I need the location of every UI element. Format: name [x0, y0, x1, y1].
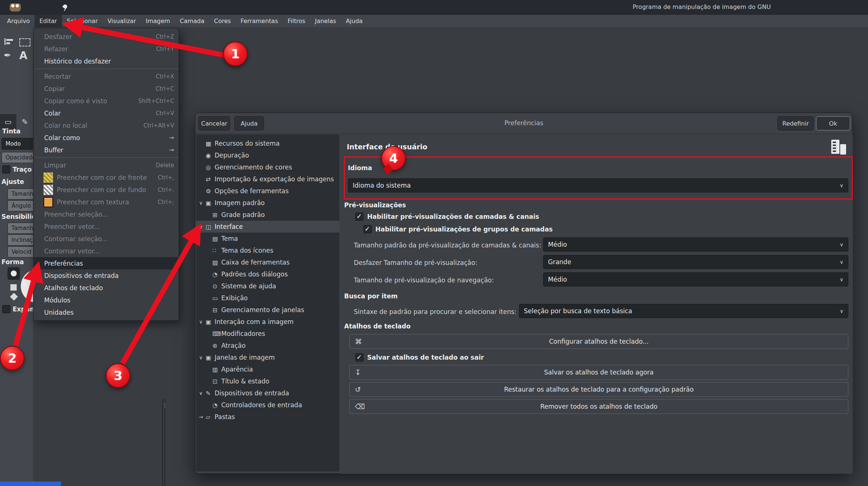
opacity-slider[interactable]: Opacidade [1, 152, 33, 163]
menu-item-recortar[interactable]: RecortarCtrl+X [34, 70, 179, 82]
help-button[interactable]: Ajuda [234, 116, 264, 130]
menu-item-preencher-vetor[interactable]: Preencher vetor... [34, 220, 179, 233]
menu-item-colar-como[interactable]: Colar como→ [34, 132, 179, 144]
menu-item-unidades[interactable]: Unidades [34, 306, 179, 318]
menu-camada[interactable]: Camada [175, 15, 209, 27]
remove-shortcuts-button[interactable]: ⌫ Remover todos os atalhos de teclado [349, 399, 848, 414]
tree-item-interface[interactable]: ∨◫Interface [196, 221, 339, 233]
tree-item-opcoes-de-ferramentas[interactable]: ⚙Opções de ferramentas [196, 185, 339, 197]
menu-item-historico-do-desfazer[interactable]: Histórico do desfazer [34, 55, 179, 67]
tilt-slider[interactable]: Inclinaç [7, 234, 33, 246]
layer-preview-size-select[interactable]: Médio ∨ [543, 237, 848, 252]
menu-item-contornar-vetor[interactable]: Contornar vetor... [34, 245, 179, 257]
menu-filtros[interactable]: Filtros [283, 15, 310, 27]
nav-preview-size-select[interactable]: Médio ∨ [543, 272, 848, 286]
tree-item-atracao[interactable]: ⊛Atração [196, 340, 339, 351]
menu-item-preencher-selecao[interactable]: Preencher seleção... [34, 208, 179, 220]
menu-cores[interactable]: Cores [209, 15, 236, 27]
tree-item-importacao-exportacao[interactable]: ⇄Importação & exportação de imagens [196, 173, 339, 185]
configure-shortcuts-button[interactable]: ⌘ Configurar atalhos de teclado... [349, 334, 848, 349]
menu-item-preferencias[interactable]: Preferências [34, 257, 179, 269]
menu-item-colar[interactable]: ColarCtrl+V [34, 107, 179, 119]
tree-item-sistema-de-ajuda[interactable]: ⊙Sistema de ajuda [196, 280, 339, 292]
shape-circle-button[interactable] [7, 267, 20, 280]
tree-item-imagem-padrao[interactable]: ∨▣Imagem padrão [196, 197, 339, 209]
expander-icon[interactable]: ∨ [196, 319, 206, 325]
alignment-tool-icon[interactable] [4, 38, 15, 45]
rect-select-tool-icon[interactable] [19, 38, 30, 46]
shape-diamond-button[interactable] [10, 293, 18, 301]
menu-item-preencher-cor-de-fundo[interactable]: Preencher com cor de fundoCtrl+. [34, 184, 179, 196]
menu-ajuda[interactable]: Ajuda [341, 15, 368, 27]
menu-item-desfazer[interactable]: DesfazerCtrl+Z [34, 30, 179, 43]
expander-icon[interactable]: ∨ [196, 390, 206, 396]
cancel-button[interactable]: Cancelar [198, 116, 230, 130]
menu-janelas[interactable]: Janelas [310, 15, 341, 27]
tree-item-gerenciamento-de-janelas[interactable]: ⊟Gerenciamento de janelas [196, 304, 339, 316]
tree-item-dispositivos-de-entrada[interactable]: ∨✎Dispositivos de entrada [196, 387, 339, 399]
velocity-slider[interactable]: Velocid [7, 246, 33, 257]
menu-item-copiar-como-e-visto[interactable]: Copiar como é vistoShift+Ctrl+C [34, 95, 179, 107]
save-shortcuts-on-exit-checkbox[interactable]: ✓ Salvar atalhos de teclado ao sair [355, 353, 484, 362]
tree-item-tema[interactable]: ▤Tema [196, 233, 339, 244]
size2-slider[interactable]: Tamanho [7, 223, 33, 234]
search-syntax-select[interactable]: Seleção por busca de texto básica ∨ [519, 304, 848, 318]
menu-item-refazer[interactable]: RefazerCtrl+Y [34, 43, 179, 55]
check-icon: ✓ [356, 353, 362, 361]
tree-item-pastas[interactable]: →▱Pastas [196, 411, 339, 423]
menu-item-modulos[interactable]: Módulos [34, 294, 179, 306]
tree-item-modificadores[interactable]: ⌨Modificadores [196, 328, 339, 340]
tree-item-exibicao[interactable]: ▭Exibição [196, 292, 339, 304]
tree-item-caixa-de-ferramentas[interactable]: ▨Caixa de ferramentas [196, 256, 339, 268]
tree-item-gerenciamento-de-cores[interactable]: ◎Gerenciamento de cores [196, 161, 339, 173]
tree-item-controladores-de-entrada[interactable]: ◔Controladores de entrada [196, 399, 339, 411]
interface-icon: ◫ [206, 223, 215, 230]
reset-button[interactable]: Redefinir [777, 116, 814, 130]
menu-visualizar[interactable]: Visualizar [102, 15, 141, 27]
expander-icon[interactable]: ∨ [196, 224, 206, 230]
paths-tool-icon[interactable]: ✒ [4, 50, 11, 61]
panel-grip-icon[interactable]: ⋮ [162, 404, 164, 415]
menu-editar[interactable]: Editar [35, 15, 62, 27]
menu-item-buffer[interactable]: Buffer→ [34, 144, 179, 156]
tree-item-recursos-do-sistema[interactable]: ▦Recursos do sistema [196, 137, 339, 149]
expander-icon[interactable]: → [196, 414, 206, 420]
tree-item-titulo-estado[interactable]: ⊡Título & estado [196, 375, 339, 387]
enable-group-previews-checkbox[interactable]: ✓ Habilitar pré-visualizações de grupos … [363, 225, 553, 233]
text-tool-icon[interactable]: A [19, 49, 27, 62]
menu-item-dispositivos-de-entrada[interactable]: Dispositivos de entrada [34, 269, 179, 282]
smooth-stroke-checkbox[interactable] [2, 165, 10, 174]
mode-combo[interactable]: Modo [1, 138, 33, 150]
tree-item-grade-padrao[interactable]: ⊞Grade padrão [196, 209, 339, 221]
menu-item-preencher-com-textura[interactable]: Preencher com texturaCtrl+; [34, 196, 179, 208]
undo-preview-size-select[interactable]: Grande ∨ [543, 255, 848, 269]
pin-icon[interactable] [62, 4, 69, 11]
menu-item-limpar[interactable]: LimparDelete [34, 159, 179, 171]
menu-imagem[interactable]: Imagem [141, 15, 175, 27]
size-slider[interactable]: Tamanho [7, 188, 33, 200]
modifiers-icon: ⌨ [212, 330, 221, 337]
tree-item-tema-dos-icones[interactable]: ∷Tema dos ícones [196, 244, 339, 256]
menu-selecionar[interactable]: Selecionar [62, 15, 103, 27]
restore-shortcuts-button[interactable]: ↺ Restaurar os atalhos de teclado para a… [349, 382, 848, 397]
menu-item-preencher-cor-de-frente[interactable]: Preencher com cor de frenteCtrl+, [34, 171, 179, 184]
menu-arquivo[interactable]: Arquivo [2, 15, 35, 27]
expander-icon[interactable]: ∨ [196, 200, 206, 206]
menu-item-colar-no-local[interactable]: Colar no localCtrl+Alt+V [34, 119, 179, 132]
expand-checkbox[interactable] [2, 305, 10, 313]
tree-item-depuracao[interactable]: ◉Depuração [196, 149, 339, 161]
tree-item-aparencia[interactable]: ▥Aparência [196, 363, 339, 375]
shape-square-button[interactable] [10, 284, 17, 291]
enable-layer-previews-checkbox[interactable]: ✓ Habilitar pré-visualizações de camadas… [355, 213, 539, 221]
tree-item-janelas-de-imagem[interactable]: ∨▣Janelas de imagem [196, 351, 339, 363]
save-shortcuts-now-button[interactable]: ↧ Salvar os atalhos de teclado agora [349, 365, 848, 380]
angle-slider[interactable]: Ângulo [7, 200, 33, 211]
expander-icon[interactable]: ∨ [196, 354, 206, 360]
ok-button[interactable]: Ok [816, 116, 850, 130]
menu-item-atalhos-de-teclado[interactable]: Atalhos de teclado [34, 282, 179, 294]
tree-item-interacao-com-a-imagem[interactable]: ∨▣Interação com a imagem [196, 316, 339, 328]
menu-item-copiar[interactable]: CopiarCtrl+C [34, 82, 179, 95]
tree-item-padroes-dos-dialogos[interactable]: ◔Padrões dos diálogos [196, 268, 339, 280]
menu-item-contornar-selecao[interactable]: Contornar seleção... [34, 233, 179, 245]
menu-ferramentas[interactable]: Ferramentas [236, 15, 283, 27]
